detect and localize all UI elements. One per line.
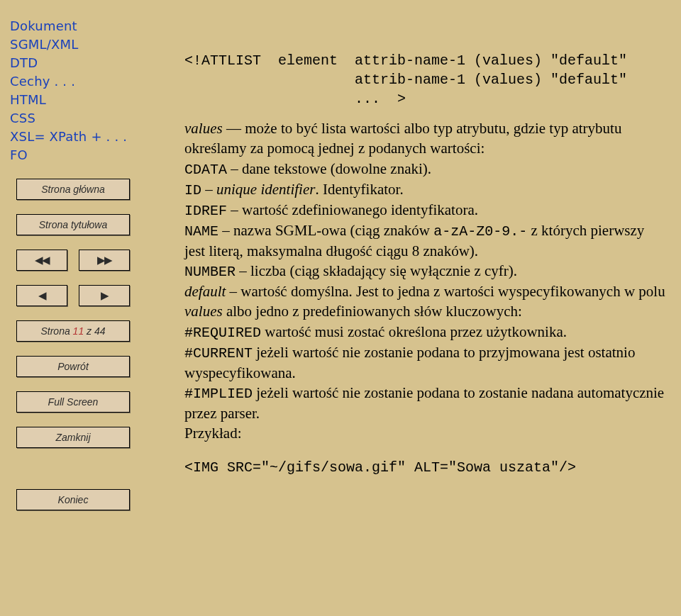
title-page-button[interactable]: Strona tytułowa	[16, 214, 130, 235]
nav-dokument[interactable]: Dokument	[10, 17, 150, 35]
prev-page-button[interactable]: ◀	[16, 285, 67, 306]
nav-css[interactable]: CSS	[10, 109, 150, 128]
sidebar: Dokument SGML/XML DTD Cechy . . . HTML C…	[0, 0, 150, 510]
last-page-button[interactable]: ▶▶	[79, 250, 130, 271]
nav-fast-row: ◀◀ ▶▶	[16, 250, 130, 271]
nav-html[interactable]: HTML	[10, 91, 150, 109]
example-code: <IMG SRC="~/gifs/sowa.gif" ALT="Sowa usz…	[184, 458, 667, 477]
page-indicator: Strona 11 z 44	[16, 320, 130, 342]
end-button[interactable]: Koniec	[16, 489, 130, 510]
home-button[interactable]: Strona główna	[16, 179, 130, 200]
next-page-button[interactable]: ▶	[79, 285, 130, 306]
nav-links: Dokument SGML/XML DTD Cechy . . . HTML C…	[10, 17, 150, 164]
attlist-code-block: <!ATTLIST element attrib-name-1 (values)…	[184, 51, 667, 108]
nav-sgml-xml[interactable]: SGML/XML	[10, 35, 150, 54]
nav-step-row: ◀ ▶	[16, 285, 130, 306]
back-button[interactable]: Powrót	[16, 356, 130, 377]
main-content: <!ATTLIST element attrib-name-1 (values)…	[184, 51, 667, 477]
nav-dtd[interactable]: DTD	[10, 54, 150, 72]
nav-cechy[interactable]: Cechy . . .	[10, 72, 150, 91]
fullscreen-button[interactable]: Full Screen	[16, 391, 130, 413]
first-page-button[interactable]: ◀◀	[16, 250, 67, 271]
close-button[interactable]: Zamknij	[16, 427, 130, 448]
body-text: values — może to być lista wartości albo…	[184, 118, 667, 444]
nav-fo[interactable]: FO	[10, 146, 150, 164]
button-column: Strona główna Strona tytułowa ◀◀ ▶▶ ◀ ▶ …	[10, 179, 140, 510]
nav-xsl[interactable]: XSL= XPath + . . .	[10, 128, 150, 146]
